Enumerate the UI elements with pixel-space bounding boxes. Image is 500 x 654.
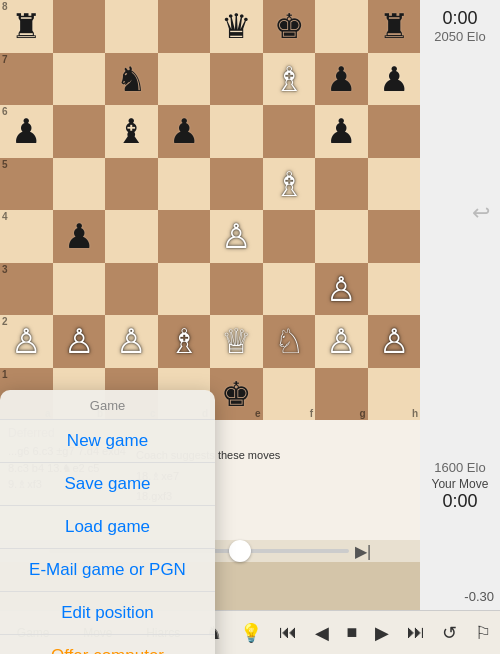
square-6g[interactable]: ♟ [315, 105, 368, 158]
square-7d[interactable] [158, 53, 211, 106]
square-7g[interactable]: ♟ [315, 53, 368, 106]
chess-piece[interactable]: ♘ [274, 324, 304, 358]
chess-piece[interactable]: ♟ [326, 62, 356, 96]
slider-thumb[interactable] [229, 540, 251, 562]
square-8d[interactable] [158, 0, 211, 53]
undo-icon[interactable]: ↩ [472, 200, 490, 226]
chess-piece[interactable]: ♗ [169, 324, 199, 358]
square-2b[interactable]: ♙ [53, 315, 106, 368]
chess-piece[interactable]: ♝ [116, 114, 146, 148]
square-6a[interactable]: ♟6 [0, 105, 53, 158]
square-3e[interactable] [210, 263, 263, 316]
chess-piece[interactable]: ♟ [64, 219, 94, 253]
toolbar-prev-start-icon[interactable]: ⏮ [279, 622, 297, 643]
square-5c[interactable] [105, 158, 158, 211]
toolbar-next-icon[interactable]: ▶ [375, 622, 389, 644]
toolbar-lightbulb-icon[interactable]: 💡 [240, 622, 262, 644]
menu-item-load-game[interactable]: Load game [0, 506, 215, 549]
chess-piece[interactable]: ♛ [221, 9, 251, 43]
chess-piece[interactable]: ♙ [326, 324, 356, 358]
square-5b[interactable] [53, 158, 106, 211]
square-7a[interactable]: 7 [0, 53, 53, 106]
toolbar-stop-icon[interactable]: ■ [347, 622, 358, 643]
square-2g[interactable]: ♙ [315, 315, 368, 368]
square-8e[interactable]: ♛ [210, 0, 263, 53]
square-4e[interactable]: ♙ [210, 210, 263, 263]
chess-piece[interactable]: ♙ [379, 324, 409, 358]
square-2a[interactable]: ♙2 [0, 315, 53, 368]
square-4g[interactable] [315, 210, 368, 263]
menu-item-offer-computer[interactable]: Offer computer [0, 635, 215, 654]
square-3b[interactable] [53, 263, 106, 316]
chess-piece[interactable]: ♟ [169, 114, 199, 148]
chess-piece[interactable]: ♙ [64, 324, 94, 358]
chess-piece[interactable]: ♗ [274, 62, 304, 96]
chess-piece[interactable]: ♟ [11, 114, 41, 148]
square-2d[interactable]: ♗ [158, 315, 211, 368]
square-5a[interactable]: 5 [0, 158, 53, 211]
chess-piece[interactable]: ♙ [116, 324, 146, 358]
square-8a[interactable]: ♜8 [0, 0, 53, 53]
square-8f[interactable]: ♚ [263, 0, 316, 53]
square-1h[interactable]: h [368, 368, 421, 421]
square-6f[interactable] [263, 105, 316, 158]
chess-piece[interactable]: ♜ [11, 9, 41, 43]
square-4f[interactable] [263, 210, 316, 263]
chess-piece[interactable]: ♙ [221, 219, 251, 253]
square-3a[interactable]: 3 [0, 263, 53, 316]
chess-piece[interactable]: ♙ [11, 324, 41, 358]
slider-next-icon[interactable]: ▶| [355, 542, 371, 561]
square-7c[interactable]: ♞ [105, 53, 158, 106]
chess-piece[interactable]: ♚ [221, 377, 251, 411]
square-2c[interactable]: ♙ [105, 315, 158, 368]
square-4b[interactable]: ♟ [53, 210, 106, 263]
chess-piece[interactable]: ♟ [326, 114, 356, 148]
square-6b[interactable] [53, 105, 106, 158]
square-6e[interactable] [210, 105, 263, 158]
square-1g[interactable]: g [315, 368, 368, 421]
menu-item-email-pgn[interactable]: E-Mail game or PGN [0, 549, 215, 592]
square-2e[interactable]: ♕ [210, 315, 263, 368]
chess-piece[interactable]: ♜ [379, 9, 409, 43]
chess-board[interactable]: ♜8♛♚♜7♞♗♟♟♟6♝♟♟5♗4♟♙3♙♙2♙♙♗♕♘♙♙a1bcd♚efg… [0, 0, 420, 420]
chess-piece[interactable]: ♗ [274, 167, 304, 201]
menu-item-edit-position[interactable]: Edit position [0, 592, 215, 635]
square-8b[interactable] [53, 0, 106, 53]
square-4a[interactable]: 4 [0, 210, 53, 263]
square-4h[interactable] [368, 210, 421, 263]
square-2h[interactable]: ♙ [368, 315, 421, 368]
square-8g[interactable] [315, 0, 368, 53]
square-8h[interactable]: ♜ [368, 0, 421, 53]
square-1f[interactable]: f [263, 368, 316, 421]
square-5h[interactable] [368, 158, 421, 211]
toolbar-next-end-icon[interactable]: ⏭ [407, 622, 425, 643]
square-7e[interactable] [210, 53, 263, 106]
square-4d[interactable] [158, 210, 211, 263]
square-7b[interactable] [53, 53, 106, 106]
square-7f[interactable]: ♗ [263, 53, 316, 106]
toolbar-flag-icon[interactable]: ⚐ [475, 622, 491, 644]
square-5d[interactable] [158, 158, 211, 211]
menu-item-new-game[interactable]: New game [0, 420, 215, 463]
square-8c[interactable] [105, 0, 158, 53]
square-5f[interactable]: ♗ [263, 158, 316, 211]
chess-piece[interactable]: ♚ [274, 9, 304, 43]
square-3h[interactable] [368, 263, 421, 316]
square-4c[interactable] [105, 210, 158, 263]
chess-piece[interactable]: ♟ [379, 62, 409, 96]
square-3d[interactable] [158, 263, 211, 316]
toolbar-rotate-icon[interactable]: ↺ [442, 622, 457, 644]
chess-piece[interactable]: ♞ [116, 62, 146, 96]
square-6c[interactable]: ♝ [105, 105, 158, 158]
square-1e[interactable]: ♚e [210, 368, 263, 421]
square-5e[interactable] [210, 158, 263, 211]
square-3c[interactable] [105, 263, 158, 316]
chess-piece[interactable]: ♕ [221, 324, 251, 358]
square-7h[interactable]: ♟ [368, 53, 421, 106]
toolbar-prev-icon[interactable]: ◀ [315, 622, 329, 644]
menu-item-save-game[interactable]: Save game [0, 463, 215, 506]
square-6h[interactable] [368, 105, 421, 158]
square-2f[interactable]: ♘ [263, 315, 316, 368]
square-3g[interactable]: ♙ [315, 263, 368, 316]
chess-piece[interactable]: ♙ [326, 272, 356, 306]
